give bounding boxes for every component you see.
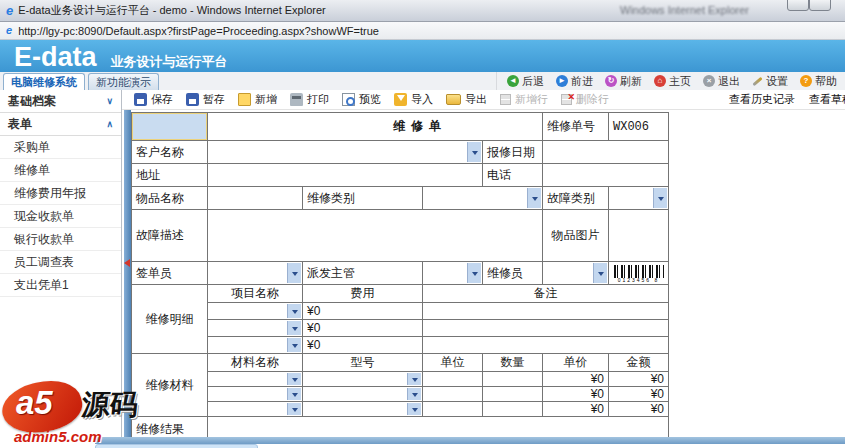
new-button[interactable]: 新增 bbox=[238, 92, 277, 107]
tab-new-feature-demo[interactable]: 新功能演示 bbox=[88, 73, 159, 90]
splitter-collapse-icon[interactable] bbox=[124, 259, 130, 267]
detail-note-input[interactable] bbox=[423, 337, 669, 354]
sidebar-item-purchase-order[interactable]: 采购单 bbox=[0, 136, 121, 159]
signer-select[interactable] bbox=[208, 262, 303, 285]
preview-button[interactable]: 预览 bbox=[342, 92, 381, 107]
detail-section-label: 维修明细 bbox=[132, 285, 208, 354]
import-button[interactable]: 导入 bbox=[394, 92, 433, 107]
chevron-down-icon[interactable] bbox=[287, 321, 301, 335]
detail-note-input[interactable] bbox=[423, 320, 669, 337]
fault-desc-input[interactable] bbox=[208, 210, 543, 262]
material-unit-input[interactable] bbox=[423, 387, 483, 402]
back-button[interactable]: ◄ 后退 bbox=[507, 74, 544, 89]
chevron-down-icon[interactable] bbox=[407, 388, 421, 400]
sidebar-item-expense-voucher[interactable]: 支出凭单1 bbox=[0, 274, 121, 297]
material-model-select[interactable] bbox=[303, 387, 423, 402]
url-text[interactable]: http://lgy-pc:8090/Default.aspx?firstPag… bbox=[18, 25, 379, 37]
chevron-down-icon[interactable] bbox=[407, 403, 421, 415]
chevron-down-icon[interactable] bbox=[287, 373, 301, 385]
material-price-value[interactable]: ¥0 bbox=[543, 372, 609, 387]
preview-label: 预览 bbox=[359, 92, 381, 107]
export-button[interactable]: 导出 bbox=[446, 92, 487, 107]
customer-name-select[interactable] bbox=[208, 141, 483, 164]
detail-item-select[interactable] bbox=[208, 303, 303, 320]
chevron-down-icon[interactable] bbox=[287, 304, 301, 318]
chevron-down-icon[interactable] bbox=[653, 188, 667, 208]
detail-fee-value[interactable]: ¥0 bbox=[303, 303, 423, 320]
sidebar-item-repair-order[interactable]: 维修单 bbox=[0, 159, 121, 182]
detail-note-input[interactable] bbox=[423, 303, 669, 320]
sidebar-item-employee-survey[interactable]: 员工调查表 bbox=[0, 251, 121, 274]
chevron-down-icon[interactable] bbox=[467, 263, 481, 283]
material-amount-value[interactable]: ¥0 bbox=[609, 372, 669, 387]
dispatcher-select[interactable] bbox=[423, 262, 483, 285]
address-input[interactable] bbox=[208, 164, 483, 187]
chevron-down-icon[interactable] bbox=[407, 373, 421, 385]
temp-save-button[interactable]: 暂存 bbox=[186, 92, 225, 107]
material-amount-value[interactable]: ¥0 bbox=[609, 387, 669, 402]
material-qty-input[interactable] bbox=[483, 372, 543, 387]
help-label: 帮助 bbox=[815, 74, 837, 89]
chevron-down-icon[interactable] bbox=[593, 263, 607, 283]
minimize-button[interactable] bbox=[787, 0, 809, 11]
exit-button[interactable]: × 退出 bbox=[703, 74, 740, 89]
horizontal-scrollbar-thumb[interactable] bbox=[95, 444, 258, 448]
repair-type-select[interactable] bbox=[423, 187, 543, 210]
detail-item-select[interactable] bbox=[208, 320, 303, 337]
item-image-cell[interactable] bbox=[609, 210, 669, 262]
window-titlebar[interactable]: e E-data业务设计与运行平台 - demo - Windows Inter… bbox=[0, 0, 845, 22]
material-name-select[interactable] bbox=[208, 387, 303, 402]
material-qty-input[interactable] bbox=[483, 387, 543, 402]
material-unit-input[interactable] bbox=[423, 402, 483, 417]
detail-item-select[interactable] bbox=[208, 337, 303, 354]
item-name-label: 物品名称 bbox=[132, 187, 208, 210]
chevron-down-icon[interactable] bbox=[287, 338, 301, 352]
detail-fee-value[interactable]: ¥0 bbox=[303, 320, 423, 337]
save-button[interactable]: 保存 bbox=[134, 92, 173, 107]
view-history-link[interactable]: 查看历史记录 bbox=[729, 92, 795, 107]
material-unit-input[interactable] bbox=[423, 372, 483, 387]
splitter-strip[interactable] bbox=[124, 110, 131, 437]
refresh-button[interactable]: ↻ 刷新 bbox=[605, 74, 642, 89]
view-draft-link[interactable]: 查看草稿 bbox=[809, 92, 845, 107]
repairer-select[interactable] bbox=[543, 262, 609, 285]
material-qty-input[interactable] bbox=[483, 402, 543, 417]
tab-computer-repair-system[interactable]: 电脑维修系统 bbox=[3, 73, 85, 90]
material-price-value[interactable]: ¥0 bbox=[543, 387, 609, 402]
sidebar-section-basic-archives[interactable]: 基础档案 ∨ bbox=[0, 90, 121, 113]
repair-type-label: 维修类别 bbox=[303, 187, 423, 210]
chevron-down-icon[interactable] bbox=[467, 142, 481, 162]
add-row-label: 新增行 bbox=[515, 92, 548, 107]
address-bar[interactable]: e http://lgy-pc:8090/Default.aspx?firstP… bbox=[0, 22, 845, 40]
material-model-select[interactable] bbox=[303, 402, 423, 417]
selected-cell[interactable] bbox=[132, 113, 208, 141]
detail-fee-value[interactable]: ¥0 bbox=[303, 337, 423, 354]
forward-button[interactable]: ► 前进 bbox=[556, 74, 593, 89]
chevron-down-icon[interactable] bbox=[287, 388, 301, 400]
report-date-input[interactable] bbox=[543, 141, 669, 164]
material-model-select[interactable] bbox=[303, 372, 423, 387]
sidebar-item-cash-receipt[interactable]: 现金收款单 bbox=[0, 205, 121, 228]
sidebar-section-forms[interactable]: 表单 ∧ bbox=[0, 113, 121, 136]
item-name-input[interactable] bbox=[208, 187, 303, 210]
material-name-select[interactable] bbox=[208, 372, 303, 387]
fault-type-select[interactable] bbox=[609, 187, 669, 210]
help-button[interactable]: ? 帮助 bbox=[800, 74, 837, 89]
maximize-button[interactable] bbox=[809, 0, 831, 11]
chevron-down-icon[interactable] bbox=[287, 403, 301, 415]
chevron-down-icon[interactable] bbox=[527, 188, 541, 208]
print-button[interactable]: 打印 bbox=[290, 92, 329, 107]
sidebar-item-repair-cost-annual[interactable]: 维修费用年报 bbox=[0, 182, 121, 205]
help-icon: ? bbox=[800, 75, 812, 87]
material-name-select[interactable] bbox=[208, 402, 303, 417]
material-amount-value[interactable]: ¥0 bbox=[609, 402, 669, 417]
sidebar-item-bank-receipt[interactable]: 银行收款单 bbox=[0, 228, 121, 251]
report-date-label: 报修日期 bbox=[483, 141, 543, 164]
home-label: 主页 bbox=[669, 74, 691, 89]
phone-input[interactable] bbox=[543, 164, 669, 187]
material-price-value[interactable]: ¥0 bbox=[543, 402, 609, 417]
chevron-down-icon[interactable] bbox=[287, 263, 301, 283]
settings-button[interactable]: 设置 bbox=[752, 74, 788, 89]
print-label: 打印 bbox=[307, 92, 329, 107]
home-button[interactable]: ⌂ 主页 bbox=[654, 74, 691, 89]
